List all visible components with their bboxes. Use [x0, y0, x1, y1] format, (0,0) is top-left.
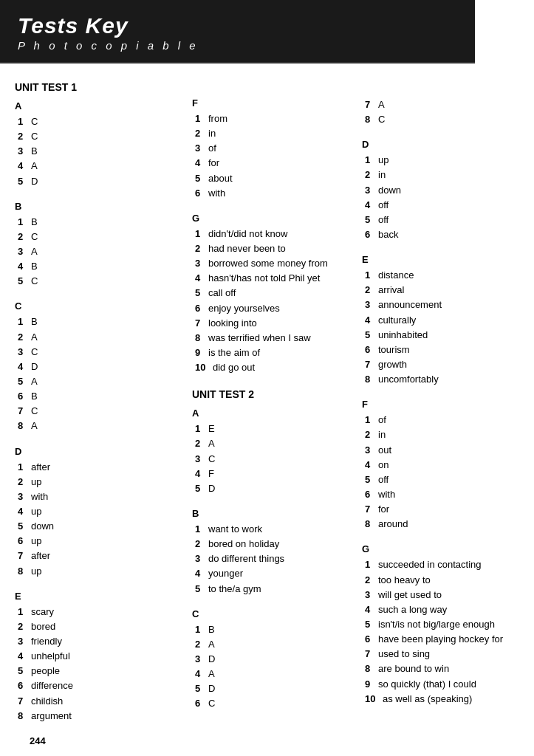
section-d-header: D — [15, 446, 192, 457]
answer-row: 3friendly — [15, 634, 192, 649]
answer-row: 7growth — [362, 357, 524, 372]
answer-row: 7A — [362, 97, 524, 112]
answer-row: 8around — [362, 517, 524, 532]
answer-num: 1 — [18, 215, 31, 230]
answer-val: for — [378, 502, 389, 517]
answer-num: 2 — [18, 619, 31, 634]
answer-row: 4B — [15, 259, 192, 274]
answer-row: 3A — [15, 244, 192, 259]
unit1-section-c: C 1B 2A 3C 4D 5A 6B 7C 8A — [15, 300, 192, 433]
column-left: UNIT TEST 1 A 1C 2C 3B 4A 5D B 1B 2C 3A … — [15, 77, 192, 746]
answer-row: 3with — [15, 489, 192, 504]
answer-num: 1 — [365, 153, 378, 168]
answer-row: 5isn't/is not big/large enough — [362, 617, 524, 632]
answer-val: D — [31, 174, 38, 189]
answer-row: 2had never been to — [192, 241, 362, 256]
answer-val: after — [31, 549, 50, 563]
answer-row: 6back — [362, 227, 524, 242]
header-title: Tests Key — [18, 13, 516, 38]
answer-num: 1 — [365, 413, 378, 427]
answer-num: 5 — [195, 681, 208, 696]
answer-num: 3 — [18, 244, 31, 259]
answer-num: 3 — [365, 443, 378, 458]
answer-row: 1want to work — [192, 522, 362, 537]
answer-row: 3borrowed some money from — [192, 256, 362, 271]
answer-num: 5 — [18, 274, 31, 289]
answer-num: 5 — [18, 519, 31, 534]
answer-num: 1 — [18, 114, 31, 129]
answer-num: 2 — [365, 168, 378, 182]
answer-row: 5call off — [192, 286, 362, 300]
answer-num: 2 — [365, 573, 378, 588]
answer-val: E — [208, 422, 215, 436]
answer-row: 3down — [362, 183, 524, 198]
answer-num: 1 — [195, 522, 208, 537]
answer-num: 3 — [18, 345, 31, 360]
answer-row: 4up — [15, 504, 192, 519]
answer-num: 4 — [18, 259, 31, 274]
answer-row: 8up — [15, 564, 192, 579]
page-number: 244 — [15, 735, 192, 746]
answer-num: 6 — [18, 534, 31, 549]
answer-row: 2bored — [15, 619, 192, 634]
answer-val: borrowed some money from — [208, 256, 328, 271]
answer-num: 3 — [18, 489, 31, 504]
answer-num: 9 — [195, 346, 208, 360]
answer-row: 4on — [362, 458, 524, 472]
answer-row: 9is the aim of — [192, 346, 362, 360]
answer-num: 8 — [365, 112, 378, 127]
answer-num: 6 — [365, 343, 378, 357]
header-white-box — [475, 0, 534, 81]
answer-row: 7looking into — [192, 316, 362, 331]
answer-val: around — [378, 517, 408, 532]
unit1-section-g: G 1didn't/did not know 2had never been t… — [192, 213, 362, 375]
unit1-section-d: D 1after 2up 3with 4up 5down 6up 7after … — [15, 446, 192, 579]
answer-val: such a long way — [378, 602, 447, 617]
answer-num: 10 — [365, 692, 383, 707]
answer-row: 6B — [15, 389, 192, 404]
answer-val: on — [378, 458, 388, 472]
answer-row: 4unhelpful — [15, 649, 192, 664]
answer-val: down — [378, 183, 401, 198]
answer-val: after — [31, 460, 50, 475]
answer-val: call off — [208, 286, 236, 300]
answer-val: want to work — [208, 522, 262, 537]
answer-row: 4D — [15, 360, 192, 374]
answer-val: with — [31, 489, 48, 504]
answer-num: 2 — [18, 475, 31, 489]
section-e-right-header: E — [362, 254, 524, 265]
answer-num: 4 — [365, 198, 378, 213]
answer-num: 4 — [195, 566, 208, 581]
section-b2-header: B — [192, 508, 362, 519]
answer-row: 5off — [362, 213, 524, 227]
answer-val: to the/a gym — [208, 582, 261, 597]
answer-num: 8 — [365, 517, 378, 532]
answer-num: 4 — [365, 458, 378, 472]
answer-val: was terrified when I saw — [208, 331, 311, 346]
unit1-section-a: A 1C 2C 3B 4A 5D — [15, 100, 192, 189]
answer-row: 5A — [15, 374, 192, 389]
answer-row: 6enjoy yourselves — [192, 301, 362, 316]
answer-num: 6 — [195, 301, 208, 316]
answer-row: 5off — [362, 472, 524, 487]
answer-val: about — [208, 171, 233, 186]
answer-num: 2 — [18, 129, 31, 144]
answer-val: D — [31, 360, 38, 374]
unit1-c-continuation: 7A 8C — [362, 97, 524, 127]
page-header: Tests Key P h o t o c o p i a b l e — [0, 0, 534, 62]
answer-val: A — [378, 97, 385, 112]
answer-val: A — [31, 159, 38, 173]
answer-row: 1B — [15, 315, 192, 329]
answer-row: 10as well as (speaking) — [362, 692, 524, 707]
answer-row: 5people — [15, 664, 192, 678]
answer-num: 8 — [18, 564, 31, 579]
answer-val: C — [31, 129, 38, 144]
answer-val: C — [31, 230, 38, 244]
answer-val: bored — [31, 619, 55, 634]
answer-num: 4 — [18, 504, 31, 519]
answer-num: 2 — [18, 330, 31, 345]
answer-num: 7 — [195, 316, 208, 331]
answer-num: 5 — [195, 286, 208, 300]
answer-num: 2 — [365, 283, 378, 298]
answer-row: 8was terrified when I saw — [192, 331, 362, 346]
